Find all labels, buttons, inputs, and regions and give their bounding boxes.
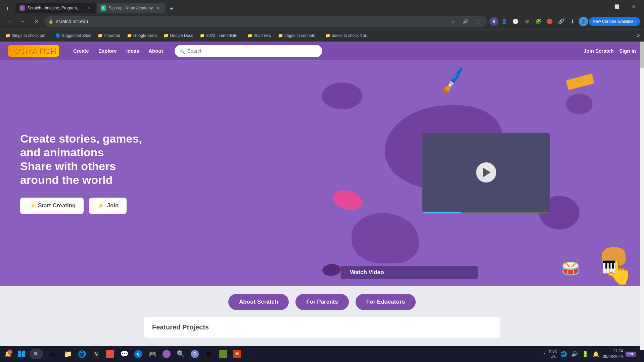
search-input[interactable] — [188, 48, 318, 54]
minecraft-icon — [219, 350, 227, 358]
play-button[interactable] — [476, 162, 496, 183]
join-button[interactable]: ⚡ Join — [89, 198, 127, 214]
bookmark-imported[interactable]: 📁 Imported — [95, 32, 123, 39]
watch-video-label[interactable]: Watch Video — [341, 266, 478, 279]
new-tab-button[interactable]: + — [167, 4, 176, 13]
bookmark-suggested[interactable]: 🔵 Suggested Sites — [53, 32, 94, 39]
tab-khan-close[interactable]: ✕ — [155, 5, 161, 11]
bookmark-gdocs-label: Google Docs — [170, 33, 193, 38]
close-button[interactable]: ✕ — [626, 1, 641, 12]
url-bar[interactable]: 🔒 scratch.mit.edu ☆ 🔊 ⬛ — [44, 16, 487, 27]
paintbrush-icon: 🖌️ — [438, 66, 468, 95]
gear-icon: ⚙ — [206, 350, 212, 358]
taskbar-app-messenger[interactable]: 💬 — [118, 347, 131, 361]
taskbar-app-minecraft[interactable] — [216, 347, 230, 361]
taskbar-app-dots[interactable]: ··· — [244, 347, 258, 361]
taskbar-app-chrome[interactable]: 🌐 — [75, 347, 89, 361]
clock-date: 09/08/2024 — [603, 354, 623, 360]
network-icon[interactable]: 🌐 — [560, 350, 568, 358]
reload-button[interactable]: ✕ — [31, 16, 42, 27]
settings-icon[interactable]: ⚙ — [522, 16, 533, 27]
avatar-extension-icon[interactable]: 👤 — [499, 16, 510, 27]
folder-icon-2022: 📁 — [200, 33, 205, 38]
bookmarks-overflow-button[interactable]: » — [635, 32, 641, 39]
history-icon[interactable]: 🕐 — [510, 16, 521, 27]
taskbar-app-edge[interactable]: e — [132, 347, 145, 361]
taskbar-app-game[interactable]: 🎮 — [146, 347, 159, 361]
sign-in-link[interactable]: Sign in — [619, 48, 636, 54]
taskbar-app-ms[interactable]: M — [230, 347, 244, 361]
bookmark-books-label: books to check if al... — [332, 33, 369, 38]
red-app-icon — [106, 350, 114, 358]
nav-create[interactable]: Create — [70, 46, 92, 56]
extension-puzzle-icon[interactable]: 🧩 — [533, 16, 544, 27]
taskbar-clock[interactable]: 11:24 09/08/2024 — [603, 348, 623, 360]
bookmark-gkeep[interactable]: 📁 Google Keep — [124, 32, 159, 39]
scrollbar-thumb[interactable] — [640, 42, 644, 68]
red-circle-icon[interactable]: 🔴 — [545, 16, 555, 27]
nav-ideas[interactable]: Ideas — [123, 46, 142, 56]
tab-khan[interactable]: K Sign up | Khan Academy ✕ — [97, 3, 165, 13]
taskbar-app-discord[interactable]: D — [188, 347, 201, 361]
lightning-icon: ⚡ — [97, 202, 104, 209]
profile-avatar[interactable]: 👤 — [579, 17, 588, 26]
systray-expand-icon[interactable]: ∧ — [542, 351, 547, 357]
forward-button[interactable]: → — [17, 16, 28, 27]
taskbar-app-filemanager[interactable]: 🗂 — [47, 347, 60, 361]
download-icon[interactable]: ⬇ — [567, 16, 578, 27]
tab-scratch[interactable]: S Scratch - Imagine, Program, Sh... ✕ — [15, 3, 96, 13]
extensions-icon[interactable]: ⬛ — [472, 16, 483, 27]
join-scratch-link[interactable]: Join Scratch — [584, 48, 614, 54]
bookmark-star[interactable]: ☆ — [448, 16, 459, 27]
search-bar[interactable]: 🔍 — [175, 45, 322, 57]
title-bar: ⬇ S Scratch - Imagine, Program, Sh... ✕ … — [0, 0, 644, 13]
nav-explore[interactable]: Explore — [95, 46, 120, 56]
minimize-button[interactable]: — — [592, 1, 608, 12]
for-educators-button[interactable]: For Educators — [356, 294, 416, 310]
lang-text: ENG — [549, 349, 557, 354]
link-icon[interactable]: 🔗 — [556, 16, 567, 27]
scratch-logo[interactable]: SCRATCH — [8, 45, 59, 57]
bookmark-books[interactable]: 📁 books to check if al... — [323, 32, 372, 39]
video-player[interactable] — [422, 133, 550, 213]
battery-icon[interactable]: 🔋 — [581, 350, 589, 358]
tab-switcher-button[interactable]: ⬇ — [3, 4, 12, 13]
read-aloud-icon[interactable]: 🔊 — [460, 16, 471, 27]
eraser-deco — [566, 73, 594, 90]
taskbar-app-orange-search[interactable]: 🔍 — [174, 347, 187, 361]
pink-shape-deco — [330, 188, 364, 213]
start-button[interactable] — [15, 347, 28, 361]
about-scratch-button[interactable]: About Scratch — [228, 294, 289, 310]
back-button[interactable]: ← — [4, 16, 15, 27]
featured-projects-title: Featured Projects — [152, 323, 492, 331]
bookmark-things[interactable]: 📁 things to check out... — [3, 32, 51, 39]
volume-icon[interactable]: 🔊 — [570, 350, 579, 358]
taskbar-notification-button[interactable]: 🔔 1 — [3, 349, 13, 359]
bookmark-2022new[interactable]: 📁 2022 new — [245, 32, 274, 39]
new-chrome-badge[interactable]: New Chrome available › — [589, 17, 640, 26]
notification-icon[interactable]: 🔔 — [592, 350, 600, 358]
maximize-button[interactable]: ⬜ — [609, 1, 625, 12]
taskbar: 🔔 1 🔍 🗂 📁 🌐 N — [0, 346, 644, 362]
drum-icon: 🥁 — [561, 258, 580, 276]
bookmark-2022-label: 2022 - immediate... — [206, 33, 241, 38]
edge-icon: e — [134, 350, 142, 358]
taskbar-app-red[interactable] — [103, 347, 117, 361]
nav-about[interactable]: About — [145, 46, 166, 56]
tab-scratch-close[interactable]: ✕ — [87, 5, 92, 11]
bookmark-2022[interactable]: 📁 2022 - immediate... — [197, 32, 243, 39]
taskbar-app-notion[interactable]: N — [89, 347, 103, 361]
tab-scratch-title: Scratch - Imagine, Program, Sh... — [28, 6, 84, 10]
language-indicator[interactable]: ENG UK — [549, 349, 557, 359]
taskbar-app-purple[interactable] — [160, 347, 173, 361]
taskbar-search[interactable]: 🔍 — [30, 349, 43, 359]
for-parents-button[interactable]: For Parents — [295, 294, 349, 310]
taskbar-app-folder[interactable]: 📁 — [61, 347, 75, 361]
scratch-extension-icon[interactable]: S — [490, 17, 498, 26]
tab-khan-title: Sign up | Khan Academy — [109, 6, 153, 10]
bookmark-pages[interactable]: 📁 pages to sort into... — [275, 32, 321, 39]
dot-icon-suggested: 🔵 — [55, 33, 60, 38]
taskbar-app-gear[interactable]: ⚙ — [202, 347, 216, 361]
bookmark-gdocs[interactable]: 📁 Google Docs — [161, 32, 196, 39]
start-creating-button[interactable]: ✨ Start Creating — [20, 198, 84, 214]
